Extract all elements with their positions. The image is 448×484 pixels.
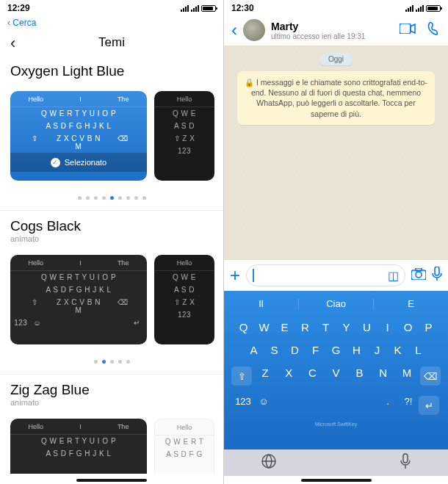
- punct-key[interactable]: ?!: [398, 396, 419, 415]
- home-indicator[interactable]: [301, 479, 372, 482]
- theme-header-oxygen: Oxygen Light Blue: [0, 59, 223, 84]
- status-bar: 12:30: [224, 0, 448, 15]
- nav-back[interactable]: ‹ Cerca: [0, 15, 223, 31]
- keyboard-brand: Microsoft SwiftKey: [224, 420, 448, 428]
- shift-key[interactable]: ⇧: [231, 366, 252, 386]
- message-input[interactable]: ◫: [246, 264, 405, 286]
- themes-screen: 12:29 ‹ Cerca ‹ Temi Oxygen Light Blue H…: [0, 0, 224, 484]
- kb-row: A S D F G H J K L: [12, 449, 145, 458]
- mic-icon[interactable]: [432, 267, 442, 285]
- battery-icon: [426, 5, 441, 12]
- theme-row-oxygen[interactable]: Hello I The Q W E R T Y U I O P A S D F …: [0, 84, 223, 185]
- status-time: 12:29: [7, 3, 30, 13]
- suggestion-bar[interactable]: Il Ciao E: [224, 291, 448, 316]
- signal-icon: [405, 5, 413, 12]
- swiftkey-keyboard[interactable]: Il Ciao E QWERTYUIOP ASDFGHJKL ⇧ ZXCVBNM…: [224, 291, 448, 449]
- camera-icon[interactable]: [411, 268, 426, 283]
- theme-name-rest: Black: [43, 218, 81, 234]
- return-key[interactable]: ↵: [419, 396, 439, 415]
- theme-row-zigzag[interactable]: Hello I The Q W E R T Y U I O P A S D F …: [0, 411, 223, 474]
- sticker-icon[interactable]: ◫: [388, 269, 399, 283]
- suggestion[interactable]: Ciao: [299, 298, 374, 309]
- theme-name-strong: Cogs: [10, 218, 43, 234]
- theme-row-cogs[interactable]: Hello I The Q W E R T Y U I O P A S D F …: [0, 248, 223, 349]
- backspace-icon: ⌫: [101, 298, 145, 314]
- backspace-key[interactable]: ⌫: [420, 366, 441, 386]
- sugg: I: [79, 95, 82, 103]
- svg-point-2: [416, 272, 422, 278]
- num-key: 123: [156, 147, 212, 155]
- check-icon: ✓: [51, 158, 60, 167]
- text-cursor: [253, 269, 254, 282]
- attach-plus-icon[interactable]: +: [230, 265, 240, 286]
- avatar[interactable]: [243, 19, 265, 41]
- theme-header-zigzag: Zig Zag Blue animato: [0, 378, 223, 411]
- theme-header-cogs: Cogs Black animato: [0, 214, 223, 248]
- keyboard-preview-oxygen-selected[interactable]: Hello I The Q W E R T Y U I O P A S D F …: [10, 91, 147, 181]
- kb-row-2[interactable]: ASDFGHJKL: [224, 339, 448, 361]
- encryption-notice[interactable]: 🔒 I messaggi e le chiamate sono crittogr…: [237, 71, 435, 125]
- page-dots-oxygen[interactable]: [0, 185, 223, 210]
- num-key: 123: [12, 319, 29, 327]
- sugg: I: [79, 423, 82, 430]
- sugg: Hello: [29, 423, 44, 430]
- back-chevron-icon[interactable]: ‹: [10, 34, 15, 53]
- selected-banner: ✓ Selezionato: [10, 153, 147, 172]
- battery-icon: [201, 5, 216, 12]
- shift-icon: ⇧: [12, 298, 57, 314]
- chat-title-block[interactable]: Marty ultimo accesso ieri alle 19:31: [271, 21, 365, 40]
- chat-area[interactable]: Oggi 🔒 I messaggi e le chiamate sono cri…: [224, 46, 448, 260]
- kb-row: A S D F G H J K L: [12, 286, 145, 294]
- suggestion[interactable]: E: [374, 298, 448, 309]
- whatsapp-chat-screen: 12:30 ‹ Marty ultimo accesso ieri alle 1…: [224, 0, 448, 484]
- globe-icon[interactable]: [261, 453, 277, 473]
- keyboard-preview-peek[interactable]: Hello Q W E A S D ⇧ Z X 123: [154, 91, 214, 181]
- voice-call-icon[interactable]: [427, 22, 441, 39]
- backspace-icon: ⌫: [101, 134, 145, 151]
- shift-icon: ⇧: [12, 134, 57, 151]
- theme-subtitle: animato: [10, 398, 213, 407]
- kb-row-3[interactable]: ⇧ ZXCVBNM ⌫: [224, 361, 448, 391]
- svg-rect-0: [400, 24, 411, 34]
- sugg: Hello: [177, 424, 192, 431]
- svg-rect-6: [403, 454, 408, 463]
- theme-name-strong: Oxygen: [10, 63, 58, 79]
- numeric-key[interactable]: 123: [233, 396, 253, 415]
- theme-subtitle: animato: [10, 234, 213, 243]
- wifi-icon: [191, 5, 199, 12]
- keyboard-preview-peek-white[interactable]: Hello Q W E R T A S D F G: [154, 419, 214, 474]
- status-right: [181, 5, 216, 12]
- signal-icon: [181, 5, 189, 12]
- dictation-mic-icon[interactable]: [400, 453, 411, 473]
- back-button[interactable]: ‹: [231, 20, 237, 40]
- sugg: The: [118, 423, 129, 430]
- keyboard-preview-cogs[interactable]: Hello I The Q W E R T Y U I O P A S D F …: [10, 255, 147, 344]
- page-title: Temi: [98, 35, 125, 49]
- video-call-icon[interactable]: [400, 22, 416, 39]
- sugg: The: [118, 259, 129, 267]
- period-key[interactable]: .: [377, 396, 398, 415]
- sugg: Hello: [177, 259, 192, 267]
- status-right: [405, 5, 441, 12]
- chat-header: ‹ Marty ultimo accesso ieri alle 19:31: [224, 15, 448, 46]
- system-keyboard-bar: [224, 449, 448, 476]
- page-dots-cogs[interactable]: [0, 349, 223, 374]
- header: ‹ Temi: [0, 31, 223, 59]
- keyboard-preview-zigzag[interactable]: Hello I The Q W E R T Y U I O P A S D F …: [10, 419, 147, 474]
- sugg: The: [118, 95, 129, 103]
- status-time: 12:30: [231, 3, 254, 13]
- emoji-key[interactable]: ☺: [253, 396, 274, 415]
- theme-name-rest: Light Blue: [58, 63, 124, 79]
- suggestion[interactable]: Il: [224, 298, 299, 309]
- theme-name-strong: Zig Zag: [10, 382, 57, 397]
- keyboard-preview-peek[interactable]: Hello Q W E A S D ⇧ Z X 123: [154, 255, 214, 344]
- kb-row-4[interactable]: 123 ☺ . ?! ↵: [224, 391, 448, 420]
- message-input-bar: + ◫: [224, 260, 448, 291]
- sugg: Hello: [29, 259, 44, 267]
- contact-name: Marty: [271, 21, 365, 32]
- themes-list[interactable]: Oxygen Light Blue Hello I The Q W E R T …: [0, 59, 223, 474]
- home-indicator[interactable]: [76, 479, 147, 482]
- kb-row-1[interactable]: QWERTYUIOP: [224, 316, 448, 339]
- status-bar: 12:29: [0, 0, 223, 15]
- sugg: Hello: [29, 95, 44, 103]
